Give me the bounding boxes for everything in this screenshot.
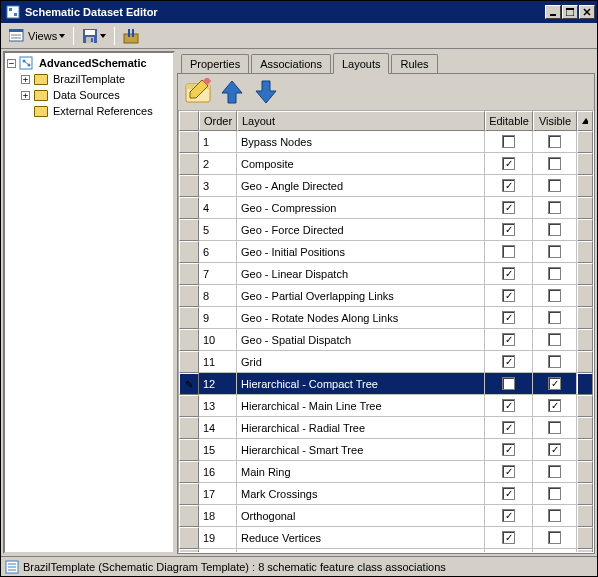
scrollbar-track[interactable] [577,417,593,439]
cell-editable[interactable]: ✓ [485,153,533,175]
checkbox-editable[interactable]: ✓ [502,311,515,324]
cell-layout[interactable]: Bypass Nodes [237,131,485,153]
cell-order[interactable]: 2 [199,153,237,175]
scroll-up-button[interactable] [577,111,593,131]
table-row[interactable]: 8Geo - Partial Overlapping Links✓ [179,285,593,307]
table-row[interactable]: 6Geo - Initial Positions [179,241,593,263]
scrollbar-track[interactable] [577,153,593,175]
table-row[interactable]: 14Hierarchical - Radial Tree✓ [179,417,593,439]
cell-layout[interactable]: Geo - Partial Overlapping Links [237,285,485,307]
scrollbar-track[interactable] [577,219,593,241]
scrollbar-track[interactable] [577,329,593,351]
checkbox-visible[interactable] [548,289,561,302]
scrollbar-track[interactable] [577,175,593,197]
cell-editable[interactable]: ✓ [485,285,533,307]
table-row[interactable]: 19Reduce Vertices✓ [179,527,593,549]
row-header[interactable] [179,417,199,439]
cell-editable[interactable]: ✓ [485,351,533,373]
cell-visible[interactable] [533,417,577,439]
cell-order[interactable]: 4 [199,197,237,219]
cell-editable[interactable]: ✓ [485,329,533,351]
row-header[interactable] [179,505,199,527]
tree-node-refs[interactable]: External References [5,103,173,119]
cell-visible[interactable] [533,241,577,263]
checkbox-editable[interactable] [502,245,515,258]
move-down-button[interactable] [252,78,280,106]
checkbox-editable[interactable]: ✓ [502,531,515,544]
cell-order[interactable]: 1 [199,131,237,153]
cell-order[interactable]: 8 [199,285,237,307]
scrollbar-track[interactable] [577,527,593,549]
collapse-icon[interactable]: − [7,59,16,68]
checkbox-visible[interactable] [548,135,561,148]
cell-editable[interactable]: ✓ [485,175,533,197]
cell-order[interactable]: 12 [199,373,237,395]
cell-layout[interactable]: Geo - Rotate Nodes Along Links [237,307,485,329]
checkbox-editable[interactable]: ✓ [502,355,515,368]
cell-editable[interactable]: ✓ [485,483,533,505]
cell-visible[interactable] [533,263,577,285]
cell-layout[interactable]: Main Ring [237,461,485,483]
checkbox-visible[interactable]: ✓ [548,443,561,456]
row-header[interactable] [179,439,199,461]
checkbox-visible[interactable] [548,267,561,280]
cell-visible[interactable] [533,175,577,197]
row-header[interactable] [179,527,199,549]
cell-layout[interactable]: Mark Crossings [237,483,485,505]
row-header[interactable] [179,153,199,175]
checkbox-visible[interactable]: ✓ [548,377,561,390]
row-header[interactable] [179,461,199,483]
table-row[interactable]: ✎12Hierarchical - Compact Tree✓ [179,373,593,395]
checkbox-visible[interactable] [548,531,561,544]
checkbox-visible[interactable] [548,179,561,192]
checkbox-editable[interactable]: ✓ [502,465,515,478]
scrollbar-track[interactable] [577,549,593,552]
checkbox-editable[interactable]: ✓ [502,157,515,170]
tree-node-template[interactable]: + BrazilTemplate [5,71,173,87]
tab-rules[interactable]: Rules [391,54,437,73]
cell-visible[interactable] [533,527,577,549]
cell-layout[interactable]: Relative - Main Line [237,549,485,552]
row-header[interactable] [179,285,199,307]
cell-order[interactable]: 7 [199,263,237,285]
cell-editable[interactable]: ✓ [485,395,533,417]
cell-visible[interactable] [533,549,577,552]
cell-layout[interactable]: Hierarchical - Radial Tree [237,417,485,439]
scrollbar-track[interactable] [577,131,593,153]
table-row[interactable]: 15Hierarchical - Smart Tree✓✓ [179,439,593,461]
scrollbar-track[interactable] [577,373,593,395]
row-header[interactable] [179,483,199,505]
checkbox-visible[interactable] [548,245,561,258]
cell-editable[interactable]: ✓ [485,263,533,285]
col-visible[interactable]: Visible [533,111,577,131]
tree-view[interactable]: − AdvancedSchematic + BrazilTemplate + D… [3,51,175,554]
checkbox-visible[interactable] [548,157,561,170]
cell-layout[interactable]: Hierarchical - Smart Tree [237,439,485,461]
col-order[interactable]: Order [199,111,237,131]
table-row[interactable]: 2Composite✓ [179,153,593,175]
cell-order[interactable]: 15 [199,439,237,461]
cell-order[interactable]: 18 [199,505,237,527]
cell-layout[interactable]: Reduce Vertices [237,527,485,549]
cell-layout[interactable]: Geo - Spatial Dispatch [237,329,485,351]
cell-editable[interactable] [485,131,533,153]
tab-layouts[interactable]: Layouts [333,53,390,74]
cell-visible[interactable] [533,461,577,483]
checkbox-visible[interactable] [548,223,561,236]
cell-order[interactable]: 3 [199,175,237,197]
table-row[interactable]: 9Geo - Rotate Nodes Along Links✓ [179,307,593,329]
cell-order[interactable]: 5 [199,219,237,241]
cell-visible[interactable] [533,131,577,153]
scrollbar-track[interactable] [577,439,593,461]
scrollbar-track[interactable] [577,197,593,219]
checkbox-editable[interactable]: ✓ [502,289,515,302]
cell-editable[interactable]: ✓ [485,505,533,527]
cell-visible[interactable] [533,197,577,219]
scrollbar-track[interactable] [577,461,593,483]
row-header[interactable]: ✎ [179,373,199,395]
cell-order[interactable]: 13 [199,395,237,417]
cell-layout[interactable]: Composite [237,153,485,175]
cell-order[interactable]: 11 [199,351,237,373]
cell-visible[interactable]: ✓ [533,395,577,417]
checkbox-editable[interactable]: ✓ [502,333,515,346]
